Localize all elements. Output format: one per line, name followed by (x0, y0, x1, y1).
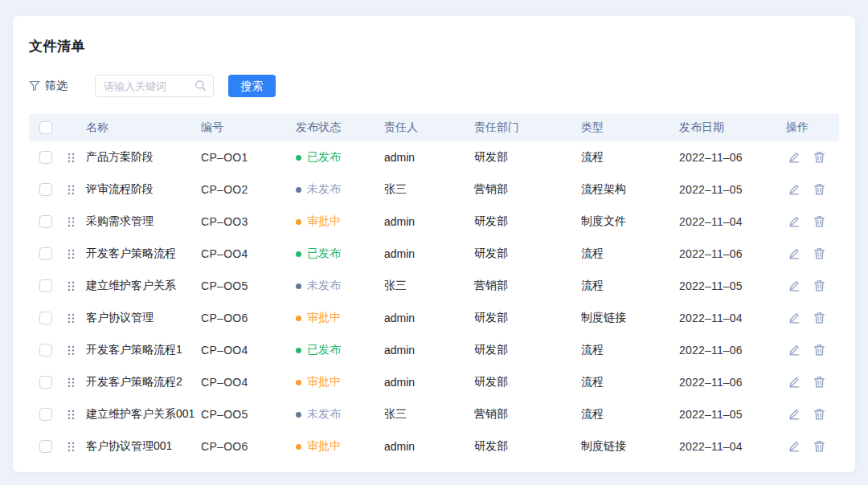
status-badge: 审批中 (296, 439, 384, 454)
file-list-card: 文件清单 筛选 搜索 名称 编号 发布状态 责任人 责任部门 类型 发布 (13, 16, 855, 472)
status-text: 审批中 (307, 214, 341, 229)
table-row: 客户协议管理001 CP–OO6 审批中 admin 研发部 制度链接 2022… (29, 430, 839, 463)
cell-type: 流程 (581, 375, 679, 389)
cell-dept: 研发部 (474, 214, 581, 229)
header-type: 类型 (581, 120, 679, 135)
cell-name: 评审流程阶段 (80, 182, 201, 197)
drag-handle-icon[interactable] (68, 410, 75, 420)
row-checkbox[interactable] (39, 279, 52, 292)
status-text: 审批中 (307, 375, 341, 389)
delete-icon[interactable] (813, 312, 825, 324)
status-dot-icon (296, 316, 301, 321)
status-badge: 未发布 (296, 279, 384, 293)
status-badge: 审批中 (296, 311, 384, 325)
cell-owner: 张三 (384, 182, 474, 197)
status-text: 审批中 (307, 311, 341, 325)
cell-dept: 研发部 (474, 150, 581, 165)
cell-code: CP–OO5 (201, 408, 296, 421)
drag-handle-icon[interactable] (68, 217, 75, 227)
cell-type: 流程 (581, 343, 679, 357)
cell-dept: 研发部 (474, 375, 581, 389)
header-owner: 责任人 (384, 120, 474, 135)
delete-icon[interactable] (813, 279, 825, 292)
header-actions: 操作 (786, 120, 839, 135)
table-row: 采购需求管理 CP–OO3 审批中 admin 研发部 制度文件 2022–11… (29, 206, 839, 238)
cell-date: 2022–11–06 (679, 344, 786, 357)
select-all-checkbox[interactable] (39, 121, 52, 134)
edit-icon[interactable] (788, 183, 800, 196)
drag-handle-icon[interactable] (68, 185, 75, 195)
row-checkbox[interactable] (39, 440, 52, 453)
file-table: 名称 编号 发布状态 责任人 责任部门 类型 发布日期 操作 产品方案阶段 CP… (29, 114, 839, 463)
cell-dept: 研发部 (474, 439, 581, 454)
drag-handle-icon[interactable] (68, 377, 75, 388)
cell-code: CP–OO3 (201, 215, 296, 228)
row-checkbox[interactable] (39, 215, 52, 228)
status-dot-icon (296, 348, 301, 353)
status-dot-icon (296, 251, 301, 257)
drag-handle-icon[interactable] (68, 249, 75, 259)
cell-date: 2022–11–04 (679, 215, 786, 228)
row-checkbox[interactable] (39, 247, 52, 260)
table-header-row: 名称 编号 发布状态 责任人 责任部门 类型 发布日期 操作 (29, 114, 839, 141)
drag-handle-icon[interactable] (68, 153, 75, 163)
edit-icon[interactable] (788, 151, 800, 164)
status-badge: 未发布 (296, 407, 384, 422)
table-row: 建立维护客户关系 CP–OO5 未发布 张三 营销部 流程 2022–11–05 (29, 270, 839, 302)
search-button[interactable]: 搜索 (228, 75, 276, 97)
row-checkbox[interactable] (39, 376, 52, 389)
filter-button[interactable]: 筛选 (29, 79, 68, 93)
header-status: 发布状态 (296, 120, 384, 135)
delete-icon[interactable] (813, 183, 825, 196)
delete-icon[interactable] (813, 440, 825, 453)
edit-icon[interactable] (788, 440, 800, 453)
delete-icon[interactable] (813, 344, 825, 357)
status-dot-icon (296, 380, 301, 385)
table-row: 开发客户策略流程1 CP–OO4 已发布 admin 研发部 流程 2022–1… (29, 334, 839, 366)
row-checkbox[interactable] (39, 408, 52, 421)
row-checkbox[interactable] (39, 344, 52, 357)
status-badge: 审批中 (296, 214, 384, 229)
cell-owner: admin (384, 215, 474, 228)
delete-icon[interactable] (813, 247, 825, 260)
edit-icon[interactable] (788, 279, 800, 292)
edit-icon[interactable] (788, 215, 800, 228)
table-body: 产品方案阶段 CP–OO1 已发布 admin 研发部 流程 2022–11–0… (29, 141, 839, 463)
row-checkbox[interactable] (39, 312, 52, 324)
drag-handle-icon[interactable] (68, 281, 75, 291)
cell-owner: admin (384, 247, 474, 260)
delete-icon[interactable] (813, 376, 825, 389)
cell-dept: 研发部 (474, 311, 581, 325)
cell-name: 开发客户策略流程 (80, 247, 201, 261)
status-badge: 已发布 (296, 343, 384, 357)
edit-icon[interactable] (788, 408, 800, 421)
status-badge: 未发布 (296, 182, 384, 197)
cell-owner: admin (384, 151, 474, 164)
cell-name: 采购需求管理 (80, 214, 201, 229)
drag-handle-icon[interactable] (68, 345, 75, 356)
row-checkbox[interactable] (39, 183, 52, 196)
cell-type: 流程架构 (581, 182, 679, 197)
delete-icon[interactable] (813, 151, 825, 164)
cell-type: 流程 (581, 247, 679, 261)
edit-icon[interactable] (788, 376, 800, 389)
cell-name: 开发客户策略流程1 (80, 343, 201, 357)
delete-icon[interactable] (813, 215, 825, 228)
cell-owner: admin (384, 376, 474, 389)
cell-date: 2022–11–05 (679, 408, 786, 421)
search-icon (194, 79, 207, 92)
delete-icon[interactable] (813, 408, 825, 421)
status-dot-icon (296, 283, 301, 289)
cell-name: 建立维护客户关系001 (80, 407, 201, 422)
drag-handle-icon[interactable] (68, 442, 75, 452)
status-badge: 已发布 (296, 150, 384, 165)
edit-icon[interactable] (788, 312, 800, 324)
cell-name: 开发客户策略流程2 (80, 375, 201, 389)
cell-code: CP–OO6 (201, 312, 296, 324)
edit-icon[interactable] (788, 344, 800, 357)
row-checkbox[interactable] (39, 151, 52, 164)
edit-icon[interactable] (788, 247, 800, 260)
cell-code: CP–OO4 (201, 344, 296, 357)
drag-handle-icon[interactable] (68, 313, 75, 324)
cell-code: CP–OO6 (201, 440, 296, 453)
